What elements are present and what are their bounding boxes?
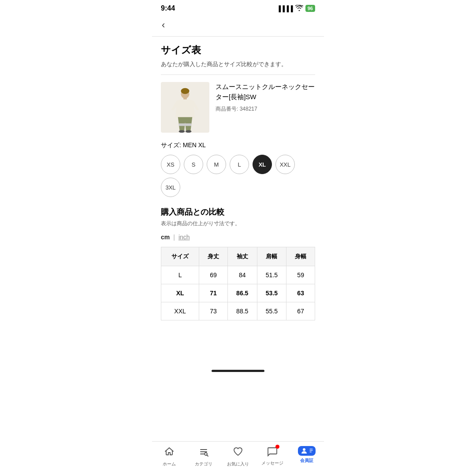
unit-cm-button[interactable]: cm	[161, 234, 170, 241]
table-cell-value: 73	[199, 302, 228, 320]
size-table: サイズ身丈袖丈肩幅身幅L698451.559XL7186.553.563XXL7…	[161, 247, 315, 320]
page-title: サイズ表	[161, 44, 315, 57]
table-row: XL7186.553.563	[161, 284, 315, 302]
table-cell-value: 51.5	[257, 266, 286, 284]
unit-inch-button[interactable]: inch	[178, 234, 190, 241]
size-circle-l[interactable]: L	[230, 155, 249, 174]
table-header-身幅: 身幅	[286, 247, 315, 266]
product-image	[161, 82, 209, 133]
header: ‹	[152, 15, 324, 37]
table-cell-value: 69	[199, 266, 228, 284]
table-header-袖丈: 袖丈	[227, 247, 257, 266]
battery-badge: 96	[305, 5, 315, 12]
product-info: スムースニットクルーネックセーター[長袖]SW 商品番号: 348217	[216, 82, 315, 113]
unit-toggle: cm | inch	[161, 234, 315, 241]
main-content: サイズ表 あなたが購入した商品とサイズ比較ができます。	[152, 37, 324, 367]
table-header-身丈: 身丈	[199, 247, 228, 266]
table-cell-value: 55.5	[257, 302, 286, 320]
product-name: スムースニットクルーネックセーター[長袖]SW	[216, 82, 315, 102]
signal-icon: ▐▐▐▐	[277, 5, 293, 12]
table-cell-size: L	[161, 266, 199, 284]
divider-1	[161, 74, 315, 75]
size-circle-3xl[interactable]: 3XL	[161, 178, 180, 197]
size-circle-s[interactable]: S	[184, 155, 203, 174]
unit-divider: |	[173, 234, 175, 241]
status-bar: 9:44 ▐▐▐▐ 96	[152, 0, 324, 15]
product-card: スムースニットクルーネックセーター[長袖]SW 商品番号: 348217	[161, 82, 315, 133]
size-circle-xs[interactable]: XS	[161, 155, 180, 174]
table-cell-value: 86.5	[227, 284, 257, 302]
table-cell-value: 63	[286, 284, 315, 302]
table-cell-size: XL	[161, 284, 199, 302]
svg-point-2	[181, 88, 189, 94]
status-icons: ▐▐▐▐ 96	[277, 5, 315, 12]
svg-point-4	[179, 130, 185, 133]
table-row: XXL7388.555.567	[161, 302, 315, 320]
svg-rect-6	[179, 123, 192, 126]
back-button[interactable]: ‹	[159, 19, 167, 32]
table-header-肩幅: 肩幅	[257, 247, 286, 266]
page-subtitle: あなたが購入した商品とサイズ比較ができます。	[161, 60, 315, 68]
table-header-サイズ: サイズ	[161, 247, 199, 266]
table-cell-value: 53.5	[257, 284, 286, 302]
bottom-spacer	[161, 320, 315, 360]
table-row: L698451.559	[161, 266, 315, 284]
table-cell-value: 67	[286, 302, 315, 320]
table-cell-value: 88.5	[227, 302, 257, 320]
table-cell-value: 71	[199, 284, 228, 302]
size-circle-xl[interactable]: XL	[253, 155, 272, 174]
comparison-subtitle: 表示は商品の仕上がり寸法です。	[161, 220, 315, 227]
table-cell-size: XXL	[161, 302, 199, 320]
comparison-title: 購入商品との比較	[161, 207, 315, 217]
size-circle-xxl[interactable]: XXL	[275, 155, 295, 174]
size-label: サイズ: MEN XL	[161, 141, 315, 149]
product-number: 商品番号: 348217	[216, 105, 315, 113]
wifi-icon	[295, 5, 303, 12]
table-cell-value: 59	[286, 266, 315, 284]
status-time: 9:44	[161, 4, 175, 12]
svg-point-5	[186, 130, 191, 133]
table-cell-value: 84	[227, 266, 257, 284]
home-indicator	[212, 370, 264, 372]
size-circle-m[interactable]: M	[207, 155, 226, 174]
size-circles: XSSMLXLXXL3XL	[161, 155, 315, 197]
